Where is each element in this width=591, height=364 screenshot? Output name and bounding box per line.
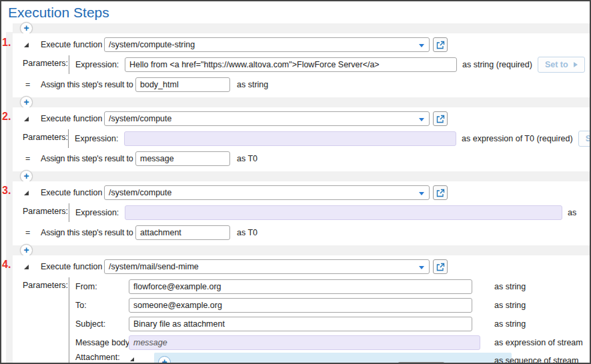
result-type-label: as string bbox=[237, 80, 268, 89]
open-function-button[interactable] bbox=[433, 259, 448, 274]
expression-field[interactable]: add-mime-header(stream-open('C:\sample.p… bbox=[125, 205, 562, 220]
open-function-button[interactable] bbox=[433, 185, 448, 200]
step-number: 4. bbox=[2, 259, 11, 271]
step-number: 1. bbox=[2, 37, 11, 49]
collapse-expander-icon[interactable] bbox=[24, 265, 29, 269]
parameters-body: Expression: as string (required) Set to bbox=[69, 55, 585, 74]
step-4: 4. Execute function /system/mail/send-mi… bbox=[13, 255, 590, 364]
function-path-combobox[interactable]: /system/mail/send-mime bbox=[104, 259, 430, 274]
dropdown-arrow-icon[interactable] bbox=[419, 44, 424, 47]
left-gutter bbox=[6, 32, 13, 363]
step-2: 2. Execute function /system/compute Para… bbox=[13, 107, 590, 171]
external-link-icon bbox=[436, 115, 445, 123]
external-link-icon bbox=[436, 41, 445, 49]
to-label: To: bbox=[75, 301, 129, 310]
message-body-label: Message body: bbox=[75, 338, 129, 347]
equals-sign: = bbox=[23, 228, 41, 237]
param-type-label: as string bbox=[494, 319, 526, 329]
expression-label: Expression: bbox=[75, 60, 125, 69]
param-type-label: as expression of stream bbox=[494, 338, 583, 347]
expression-field[interactable]: stream-from-string(body_html, 'UTF-8', '… bbox=[124, 131, 456, 146]
insert-step-row: + bbox=[13, 245, 590, 255]
result-name-input[interactable] bbox=[135, 151, 230, 166]
parameters-body: Expression: stream-from-string(body_html… bbox=[68, 129, 591, 148]
set-to-button[interactable]: Set to bbox=[578, 131, 591, 147]
parameters-label: Parameters: bbox=[23, 55, 69, 74]
result-type-label: as T0 bbox=[237, 228, 257, 237]
message-body-field[interactable]: message bbox=[129, 335, 480, 350]
open-function-button[interactable] bbox=[433, 37, 448, 52]
parameters-label: Parameters: bbox=[23, 129, 68, 148]
function-path-combobox[interactable]: /system/compute bbox=[104, 185, 430, 200]
expression-input[interactable] bbox=[125, 57, 457, 72]
execute-function-label: Execute function bbox=[41, 40, 104, 49]
set-to-label: Set to bbox=[545, 60, 568, 69]
assign-result-label: Assign this step's result to bbox=[41, 228, 135, 237]
assign-result-label: Assign this step's result to bbox=[41, 154, 135, 163]
function-path-value: /system/compute-string bbox=[109, 40, 195, 49]
from-label: From: bbox=[75, 282, 129, 291]
param-type-label: as string bbox=[494, 301, 526, 310]
param-type-label: as sequence of stream bbox=[494, 356, 578, 364]
param-type-label: as string (required) bbox=[462, 60, 532, 69]
parameters-label: Parameters: bbox=[23, 203, 69, 222]
param-type-label: as expression of T0 (required) bbox=[462, 134, 573, 143]
param-type-label: as bbox=[568, 208, 576, 217]
open-function-button[interactable] bbox=[433, 111, 448, 126]
set-to-label: Set to bbox=[586, 134, 591, 143]
execute-function-label: Execute function bbox=[41, 262, 104, 271]
attachment-expander-icon[interactable] bbox=[130, 357, 134, 361]
external-link-icon bbox=[436, 189, 445, 197]
execution-steps-window: Execution Steps + 1. Execute function /s… bbox=[0, 0, 591, 364]
step-number: 3. bbox=[2, 185, 11, 197]
dropdown-arrow-icon[interactable] bbox=[419, 118, 424, 121]
function-path-combobox[interactable]: /system/compute bbox=[104, 111, 430, 126]
collapse-expander-icon[interactable] bbox=[24, 191, 29, 195]
page-title: Execution Steps bbox=[1, 1, 590, 23]
attachment-label: Attachment: bbox=[75, 353, 129, 362]
step-number: 2. bbox=[2, 111, 11, 123]
equals-sign: = bbox=[23, 80, 41, 89]
assign-result-label: Assign this step's result to bbox=[41, 80, 135, 89]
param-type-label: as string bbox=[494, 282, 526, 291]
equals-sign: = bbox=[23, 154, 41, 163]
set-to-button[interactable]: Set to bbox=[538, 57, 585, 73]
execute-function-label: Execute function bbox=[41, 188, 104, 197]
set-to-button[interactable]: Set to bbox=[398, 362, 445, 364]
collapse-expander-icon[interactable] bbox=[24, 43, 29, 47]
parameters-body: From: as string To: as string Subject: a… bbox=[69, 277, 583, 364]
parameters-body: Expression: add-mime-header(stream-open(… bbox=[69, 203, 576, 222]
function-path-value: /system/compute bbox=[109, 114, 171, 123]
from-input[interactable] bbox=[129, 279, 472, 294]
result-name-input[interactable] bbox=[135, 77, 230, 92]
set-to-arrow-icon bbox=[574, 62, 578, 67]
insert-step-row: + bbox=[13, 171, 590, 181]
subject-label: Subject: bbox=[75, 319, 129, 329]
expression-label: Expression: bbox=[75, 208, 125, 217]
function-path-value: /system/mail/send-mime bbox=[109, 262, 199, 271]
step-3: 3. Execute function /system/compute Para… bbox=[13, 181, 590, 245]
subject-input[interactable] bbox=[129, 317, 472, 331]
external-link-icon bbox=[436, 263, 445, 271]
execute-function-label: Execute function bbox=[41, 114, 104, 123]
insert-step-row: + bbox=[13, 23, 590, 33]
dropdown-arrow-icon[interactable] bbox=[419, 192, 424, 195]
expression-label: Expression: bbox=[75, 134, 124, 143]
attachment-panel: + + mime-content-encode(attachment, 'bas… bbox=[154, 353, 512, 364]
dropdown-arrow-icon[interactable] bbox=[419, 266, 424, 269]
result-type-label: as T0 bbox=[237, 154, 257, 163]
function-path-value: /system/compute bbox=[109, 188, 171, 197]
collapse-expander-icon[interactable] bbox=[24, 117, 29, 121]
insert-step-row: + bbox=[13, 97, 590, 107]
function-path-combobox[interactable]: /system/compute-string bbox=[104, 37, 430, 52]
to-input[interactable] bbox=[129, 298, 472, 313]
result-name-input[interactable] bbox=[135, 225, 230, 240]
parameters-label: Parameters: bbox=[23, 277, 69, 364]
add-attachment-above-button[interactable]: + bbox=[158, 356, 171, 364]
step-1: 1. Execute function /system/compute-stri… bbox=[13, 33, 590, 97]
